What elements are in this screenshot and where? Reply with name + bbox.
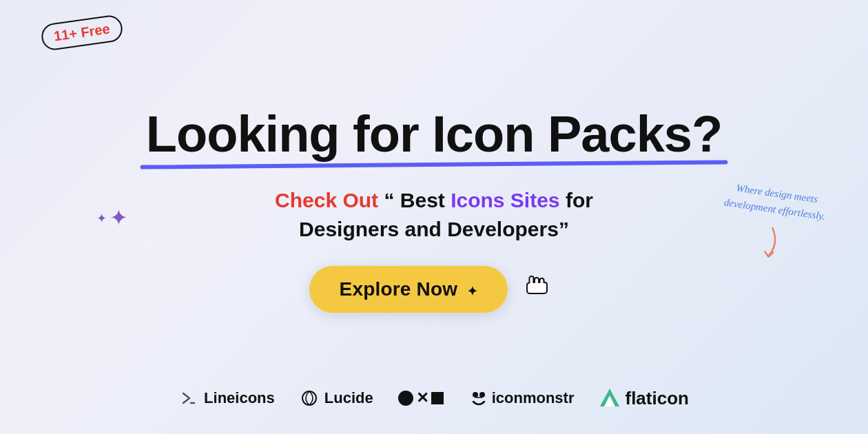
side-note-text: Where design meetsdevelopment effortless… [723, 179, 828, 224]
main-content: Looking for Icon Packs? Check Out “ Best… [146, 107, 722, 313]
shape-x-icon: ✕ [416, 391, 428, 406]
brand-shapes: ✕ [398, 391, 444, 406]
headline-wrapper: Looking for Icon Packs? [146, 107, 722, 167]
side-note: Where design meetsdevelopment effortless… [725, 186, 827, 264]
spark-icon: ✦ [467, 285, 477, 298]
lucide-icon [300, 389, 319, 408]
svg-point-6 [479, 392, 485, 397]
sparkle-icon-large: ✦ [110, 207, 128, 229]
flaticon-label: flaticon [625, 388, 688, 409]
brand-iconmonstr: iconmonstr [468, 388, 575, 409]
cta-container: Explore Now ✦ [146, 266, 722, 313]
headline: Looking for Icon Packs? [146, 107, 722, 161]
iconmonstr-label: iconmonstr [492, 389, 575, 407]
arrow-icon [750, 218, 800, 268]
svg-point-5 [473, 392, 478, 397]
subtitle-quote: “ Best [384, 189, 451, 211]
sparkle-decoration: ✦ ✦ [96, 212, 128, 229]
badge-text: 11+ Free [53, 21, 111, 43]
subtitle-line2: Designers and Developers” [299, 218, 569, 240]
lucide-label: Lucide [324, 389, 373, 407]
explore-now-label: Explore Now [340, 278, 458, 300]
hand-cursor-icon [517, 267, 559, 311]
brand-lucide: Lucide [300, 389, 373, 408]
lineicons-label: Lineicons [204, 389, 275, 407]
shape-square-icon [431, 392, 444, 404]
lineicons-icon [179, 389, 198, 408]
shape-circle-icon [398, 391, 413, 406]
sparkle-icon-small: ✦ [96, 212, 107, 225]
page-background: 11+ Free ✦ ✦ Where design meetsdevelopme… [0, 0, 868, 434]
iconmonstr-svg-icon [468, 388, 489, 409]
check-out-text: Check Out [275, 189, 378, 211]
icons-sites-text: Icons Sites [451, 189, 559, 211]
free-badge: 11+ Free [40, 14, 124, 52]
svg-point-4 [302, 391, 316, 405]
flaticon-icon [599, 387, 621, 409]
brand-flaticon: flaticon [599, 387, 688, 409]
subtitle-for: for [560, 189, 593, 211]
brand-lineicons: Lineicons [179, 389, 275, 408]
brands-row: Lineicons Lucide ✕ [0, 387, 868, 409]
explore-now-button[interactable]: Explore Now ✦ [309, 266, 508, 313]
subtitle: Check Out “ Best Icons Sites for Designe… [146, 186, 722, 244]
